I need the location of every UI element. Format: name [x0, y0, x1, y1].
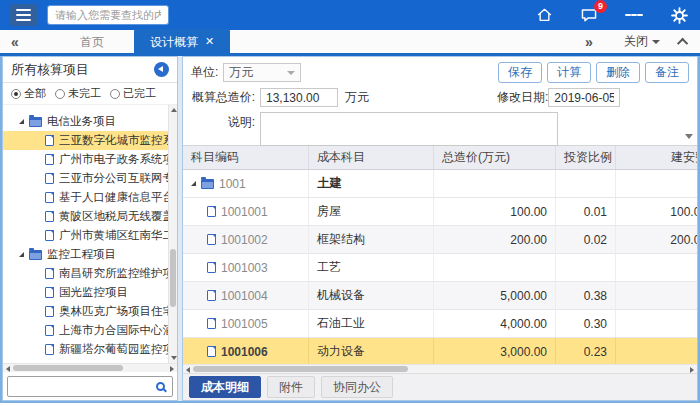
close-icon[interactable]: ✕ — [205, 36, 214, 47]
tree-item[interactable]: 南昌研究所监控维护项目 — [3, 264, 177, 283]
scroll-right-icon[interactable] — [690, 367, 694, 373]
tree-item[interactable]: 三亚市分公司互联网专线接入服 — [3, 169, 177, 188]
tree-horizontal-scrollbar[interactable] — [3, 363, 177, 372]
construction-cost-cell — [616, 282, 697, 309]
detail-tab-成本明细[interactable]: 成本明细 — [189, 376, 261, 398]
radio-icon[interactable] — [110, 89, 120, 99]
total-cost-cell: 3,000.00 — [434, 338, 556, 364]
tree-item[interactable]: 新疆塔尔葡萄园监控项目 — [3, 340, 177, 359]
detail-tab-附件[interactable]: 附件 — [267, 376, 315, 398]
备注-button[interactable]: 备注 — [645, 62, 689, 83]
scroll-down-icon[interactable] — [171, 356, 177, 360]
column-header: 总造价(万元) — [434, 146, 556, 169]
file-icon — [45, 211, 54, 222]
subject-name-cell: 机械设备 — [309, 282, 434, 309]
filter-radio-未完工[interactable]: 未完工 — [55, 86, 101, 101]
close-tabs-dropdown[interactable]: 关闭 — [624, 33, 660, 50]
file-icon — [207, 206, 216, 217]
table-row[interactable]: 1001005石油工业4,000.000.30 — [183, 310, 697, 338]
collapse-panel-icon[interactable] — [154, 62, 169, 77]
home-icon[interactable] — [535, 6, 553, 24]
file-icon — [207, 318, 216, 329]
chevron-up-icon[interactable] — [677, 37, 688, 48]
table-row[interactable]: 1001004机械设备5,000.000.38 — [183, 282, 697, 310]
tabs-scroll-right-icon[interactable]: » — [574, 34, 604, 50]
tab-inactive[interactable]: 首页 — [64, 29, 120, 55]
gear-icon[interactable] — [670, 6, 688, 24]
tree-item-label: 三亚数字化城市监控系统 — [59, 133, 177, 148]
table-row[interactable]: 1001006动力设备3,000.000.23 — [183, 338, 697, 364]
scrollbar-thumb[interactable] — [13, 365, 123, 371]
scrollbar-thumb[interactable] — [193, 366, 408, 372]
modify-date-input[interactable] — [548, 88, 620, 107]
subject-name-cell: 石油工业 — [309, 310, 434, 337]
tree-item[interactable]: 上海市力合国际中心酒店弱电项 — [3, 321, 177, 340]
folder-icon — [201, 179, 214, 189]
tree-item[interactable]: 三亚数字化城市监控系统 — [3, 131, 177, 150]
file-icon — [45, 192, 54, 203]
subject-code-cell: 1001001 — [183, 198, 309, 225]
global-search-input[interactable] — [47, 5, 169, 25]
tree-panel-title: 所有核算项目 — [11, 61, 89, 79]
topbar-actions: 9 — [535, 6, 688, 24]
scrollbar-thumb[interactable] — [170, 249, 176, 307]
tree-search-input[interactable] — [12, 380, 156, 392]
tree-item[interactable]: 监控工程项目 — [3, 245, 177, 264]
expand-caret-icon[interactable] — [19, 119, 24, 124]
tree-panel-header: 所有核算项目 — [3, 57, 177, 83]
detail-tab-协同办公[interactable]: 协同办公 — [321, 376, 393, 398]
scroll-right-icon[interactable] — [170, 366, 174, 372]
subject-code-cell: 1001004 — [183, 282, 309, 309]
unit-label: 单位: — [191, 64, 218, 81]
table-row[interactable]: 1001001房屋100.000.01100.00 — [183, 198, 697, 226]
table-horizontal-scrollbar[interactable] — [183, 364, 697, 373]
column-header: 科目编码 — [183, 146, 309, 169]
scroll-down-icon[interactable] — [685, 134, 693, 139]
hamburger-icon[interactable] — [10, 4, 37, 26]
tree-vertical-scrollbar[interactable] — [168, 105, 177, 363]
project-tree: 电信业务项目三亚数字化城市监控系统广州市电子政务系统项目三亚市分公司互联网专线接… — [3, 105, 177, 363]
table-row[interactable]: 1001土建 — [183, 170, 697, 198]
filter-radio-已完工[interactable]: 已完工 — [110, 86, 156, 101]
tree-item[interactable]: 国光监控项目 — [3, 283, 177, 302]
expand-caret-icon[interactable] — [19, 252, 24, 257]
invest-ratio-cell — [556, 170, 616, 197]
table-row[interactable]: 1001002框架结构200.000.02200.00 — [183, 226, 697, 254]
tree-item[interactable]: 黄陂区地税局无线覆盖 — [3, 207, 177, 226]
scroll-left-icon[interactable] — [6, 366, 10, 372]
tree-item[interactable]: 电信业务项目 — [3, 112, 177, 131]
subject-code: 1001003 — [221, 261, 268, 275]
unit-select[interactable]: 万元 — [223, 63, 301, 82]
invest-ratio-cell: 0.30 — [556, 310, 616, 337]
invest-ratio-cell: 0.23 — [556, 338, 616, 364]
total-cost-input[interactable] — [260, 88, 338, 107]
radio-icon[interactable] — [11, 89, 21, 99]
filter-radio-全部[interactable]: 全部 — [11, 86, 46, 101]
filter-label: 已完工 — [123, 86, 156, 101]
tree-item[interactable]: 广州市电子政务系统项目 — [3, 150, 177, 169]
menu-icon[interactable] — [625, 6, 643, 24]
scroll-left-icon[interactable] — [186, 367, 190, 373]
construction-cost-cell: 100.00 — [616, 198, 697, 225]
radio-icon[interactable] — [55, 89, 65, 99]
tree-search-row — [3, 372, 177, 400]
table-row[interactable]: 1001003工艺 — [183, 254, 697, 282]
search-icon[interactable] — [156, 382, 165, 391]
删除-button[interactable]: 删除 — [596, 62, 640, 83]
scroll-up-icon[interactable] — [171, 108, 177, 112]
计算-button[interactable]: 计算 — [547, 62, 591, 83]
invest-ratio-cell — [556, 254, 616, 281]
tree-item[interactable]: 奥林匹克广场项目住宅楼弱电工 — [3, 302, 177, 321]
tab-active[interactable]: 设计概算✕ — [134, 29, 230, 55]
tree-item-label: 三亚市分公司互联网专线接入服 — [59, 171, 177, 186]
chat-icon[interactable]: 9 — [580, 6, 598, 24]
description-textarea[interactable] — [260, 112, 558, 146]
tree-item[interactable]: 基于人口健康信息平台的区域分 — [3, 188, 177, 207]
total-cost-cell: 100.00 — [434, 198, 556, 225]
subject-code: 1001002 — [221, 233, 268, 247]
tree-item[interactable]: 广州市黄埔区红南华二街绿灯监 — [3, 226, 177, 245]
expand-caret-icon[interactable] — [191, 181, 196, 186]
tabbar-actions: » 关闭 — [574, 33, 700, 50]
保存-button[interactable]: 保存 — [498, 62, 542, 83]
tabs-scroll-left-icon[interactable]: « — [0, 34, 30, 50]
